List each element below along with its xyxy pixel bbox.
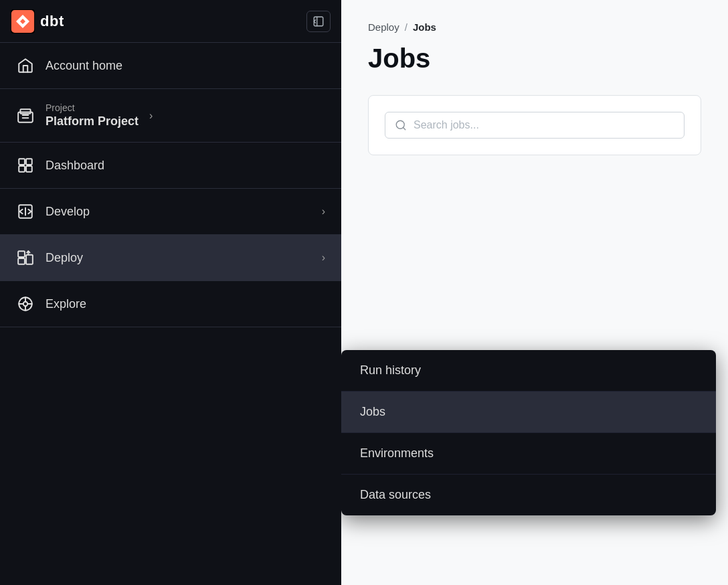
deploy-dropdown: Run history Jobs Environments Data sourc… bbox=[341, 350, 716, 515]
svg-rect-15 bbox=[26, 255, 33, 264]
sidebar-item-label-develop: Develop bbox=[46, 205, 311, 219]
deploy-icon bbox=[16, 248, 35, 267]
main-content: Deploy / Jobs Jobs Run history Jobs Envi… bbox=[341, 0, 728, 585]
sidebar-item-label-explore: Explore bbox=[46, 297, 325, 311]
page-title: Jobs bbox=[368, 44, 701, 74]
svg-rect-4 bbox=[20, 109, 30, 114]
breadcrumb: Deploy / Jobs bbox=[368, 21, 701, 33]
collapse-icon bbox=[312, 15, 325, 27]
sidebar-item-project[interactable]: Project Platform Project › bbox=[0, 89, 341, 143]
breadcrumb-current: Jobs bbox=[413, 21, 436, 33]
svg-rect-1 bbox=[314, 17, 323, 26]
sidebar-header: dbt bbox=[0, 0, 341, 43]
svg-line-24 bbox=[403, 127, 405, 129]
breadcrumb-separator: / bbox=[405, 21, 407, 33]
svg-rect-13 bbox=[18, 258, 25, 264]
breadcrumb-parent: Deploy bbox=[368, 21, 399, 33]
dropdown-item-jobs[interactable]: Jobs bbox=[341, 392, 716, 433]
dashboard-icon bbox=[16, 156, 35, 175]
sidebar-item-explore[interactable]: Explore bbox=[0, 281, 341, 327]
sidebar-item-label-account-home: Account home bbox=[46, 59, 325, 73]
dropdown-item-run-history[interactable]: Run history bbox=[341, 350, 716, 392]
sidebar-item-deploy[interactable]: Deploy › bbox=[0, 235, 341, 281]
sidebar-item-label-project: Project bbox=[46, 102, 139, 113]
develop-icon bbox=[16, 202, 35, 221]
chevron-right-icon-develop: › bbox=[322, 205, 325, 218]
search-input-wrap bbox=[385, 112, 685, 139]
svg-rect-8 bbox=[26, 159, 32, 165]
explore-icon bbox=[16, 295, 35, 313]
logo-text: dbt bbox=[40, 13, 64, 30]
search-icon bbox=[395, 119, 407, 131]
collapse-button[interactable] bbox=[306, 11, 331, 32]
chevron-right-icon-deploy: › bbox=[322, 252, 325, 264]
dropdown-item-environments[interactable]: Environments bbox=[341, 433, 716, 475]
svg-rect-7 bbox=[19, 159, 25, 165]
main-inner: Deploy / Jobs Jobs bbox=[341, 0, 728, 177]
sidebar-item-sublabel-project: Platform Project bbox=[46, 114, 139, 129]
home-icon bbox=[16, 56, 35, 75]
dropdown-item-data-sources[interactable]: Data sources bbox=[341, 475, 716, 515]
sidebar-item-dashboard[interactable]: Dashboard bbox=[0, 143, 341, 189]
project-icon bbox=[16, 106, 35, 125]
sidebar-item-develop[interactable]: Develop › bbox=[0, 189, 341, 235]
svg-rect-10 bbox=[26, 166, 32, 172]
sidebar-item-label-dashboard: Dashboard bbox=[46, 159, 325, 173]
search-input[interactable] bbox=[414, 119, 674, 131]
logo-area: dbt bbox=[11, 9, 64, 33]
sidebar-item-label-deploy: Deploy bbox=[46, 251, 311, 265]
sidebar-label-group-project: Project Platform Project bbox=[46, 102, 139, 129]
svg-rect-14 bbox=[18, 251, 25, 257]
svg-rect-9 bbox=[19, 166, 25, 172]
chevron-right-icon-project: › bbox=[149, 110, 153, 122]
search-card bbox=[368, 95, 701, 155]
dbt-logo-icon bbox=[11, 9, 35, 33]
sidebar-item-account-home[interactable]: Account home bbox=[0, 43, 341, 89]
sidebar: dbt Account home bbox=[0, 0, 341, 585]
